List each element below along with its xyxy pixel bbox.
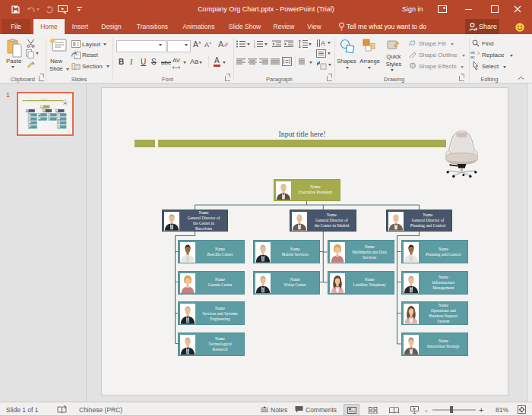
svg-text:3: 3 <box>254 46 255 48</box>
svg-text:A: A <box>218 39 224 49</box>
svg-text:ac: ac <box>470 55 475 58</box>
svg-text:A: A <box>321 39 325 47</box>
